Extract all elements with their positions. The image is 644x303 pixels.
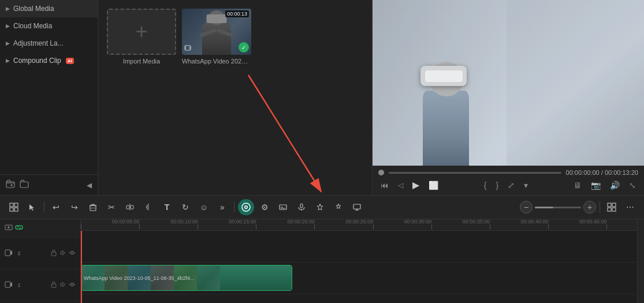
add-track-icon[interactable] — [5, 223, 13, 233]
ai-icon — [316, 203, 324, 211]
voice-button[interactable] — [293, 199, 310, 215]
sidebar: ▶ Global Media ▶ Cloud Media ▶ Adjustmen… — [0, 0, 98, 195]
ruler-mark: 00:00:15:00 — [256, 225, 256, 229]
progress-bar[interactable] — [389, 172, 561, 174]
zoom-out-button[interactable]: − — [520, 201, 533, 214]
svg-point-23 — [245, 207, 247, 208]
ruler-mark: 00:00:40:00 — [548, 225, 549, 229]
arrow-icon: ▶ — [6, 23, 10, 29]
preview-video — [373, 0, 644, 166]
timeline-ruler: 00:00 00:00:05:00 00:00:10:00 00:00:15:0… — [81, 219, 637, 231]
film-icon — [184, 44, 191, 53]
settings-button[interactable]: ⚙ — [256, 199, 273, 215]
sidebar-item-compound-clip[interactable]: ▶ Compound Clip AI — [0, 52, 98, 69]
rewind-button[interactable]: ⏮ — [378, 179, 391, 191]
cut-button[interactable]: ✂ — [103, 199, 120, 215]
play-button[interactable]: ▶ — [410, 178, 422, 192]
video-clip[interactable]: WhatsApp Video 2023-10-05_11-08-35_4b2f4… — [81, 265, 292, 291]
caption-button[interactable] — [275, 199, 291, 215]
screen-record-button[interactable] — [349, 199, 365, 215]
duration-badge: 00:00:13 — [225, 10, 249, 17]
track-eye-icon[interactable] — [69, 249, 76, 257]
sidebar-item-label: Adjustment La... — [13, 39, 64, 47]
whatsapp-video-item[interactable]: 00:00:13 ✓ WhatsApp Video — [182, 9, 251, 65]
green-screen-icon — [241, 203, 251, 212]
sidebar-item-global-media[interactable]: ▶ Global Media — [0, 0, 98, 17]
track-number: 2 — [15, 249, 23, 257]
fit-button[interactable]: ⤡ — [627, 179, 638, 191]
snapshot-button[interactable]: 📷 — [589, 179, 603, 191]
zoom-slider[interactable] — [535, 207, 581, 208]
clip-inner: WhatsApp Video 2023-10-05_11-08-35_4b2f4… — [81, 265, 292, 290]
select-button[interactable] — [24, 199, 40, 215]
delete-icon — [89, 203, 97, 211]
collapse-icon[interactable]: ◀ — [87, 181, 92, 189]
dropdown-button[interactable]: ▾ — [522, 179, 530, 191]
audio-split-button[interactable] — [140, 199, 157, 215]
more-options-button[interactable]: ⋯ — [622, 199, 638, 215]
delete-button[interactable] — [85, 199, 101, 215]
import-media-item[interactable]: + Import Media — [107, 9, 176, 65]
ai-button[interactable] — [312, 199, 328, 215]
svg-rect-43 — [51, 284, 56, 287]
add-folder-icon[interactable] — [6, 179, 15, 190]
playhead-dot[interactable] — [378, 170, 384, 175]
toolbar-divider — [44, 201, 44, 213]
whatsapp-video-label: WhatsApp Video 2023-10-05... — [182, 58, 251, 65]
svg-rect-32 — [608, 203, 611, 207]
svg-rect-29 — [353, 204, 360, 209]
track2-audio-icon[interactable] — [59, 281, 66, 289]
track2-eye-icon[interactable] — [69, 281, 76, 289]
toolbar-divider-2 — [234, 201, 234, 213]
folder-icon[interactable] — [20, 179, 29, 190]
sidebar-item-adjustment-la[interactable]: ▶ Adjustment La... — [0, 35, 98, 52]
svg-rect-13 — [90, 205, 96, 211]
ruler-mark: 00:00 — [81, 225, 81, 229]
fullscreen-button[interactable]: ⬜ — [426, 179, 441, 191]
mark-in-button[interactable]: { — [482, 179, 489, 191]
sidebar-item-cloud-media[interactable]: ▶ Cloud Media — [0, 17, 98, 35]
track2-label: 1 — [0, 270, 80, 301]
more-button[interactable]: » — [214, 199, 230, 215]
import-thumb[interactable]: + — [107, 9, 176, 55]
preview-progress: 00:00:00:00 / 00:00:13:20 — [378, 169, 638, 176]
text-button[interactable]: T — [159, 199, 175, 215]
timeline-scrollbar[interactable] — [637, 219, 644, 303]
svg-rect-27 — [300, 204, 303, 208]
step-back-button[interactable]: ◁ — [396, 180, 405, 190]
redo-button[interactable]: ↪ — [66, 199, 83, 215]
video-thumbnail[interactable]: 00:00:13 ✓ — [182, 9, 251, 55]
track-audio-icon[interactable] — [59, 249, 66, 257]
volume-button[interactable]: 🔊 — [608, 179, 622, 191]
effects-button[interactable] — [330, 199, 347, 215]
track2-lock-icon[interactable] — [50, 281, 57, 289]
svg-rect-42 — [5, 282, 10, 287]
crop-button[interactable]: ⤢ — [505, 179, 517, 191]
split-button[interactable] — [122, 199, 138, 215]
multi-select-button[interactable] — [6, 199, 22, 215]
sidebar-item-label: Compound Clip — [13, 57, 61, 65]
sidebar-item-label: Cloud Media — [13, 22, 52, 30]
screen-icon — [353, 203, 361, 211]
arrow-icon: ▶ — [6, 58, 10, 63]
track2-controls — [50, 281, 76, 289]
screen-button[interactable]: 🖥 — [571, 179, 584, 191]
thumb-seg-6 — [197, 265, 220, 290]
video-track2-icon — [5, 280, 13, 290]
zoom-in-button[interactable]: + — [583, 201, 596, 214]
track-lock-icon[interactable] — [50, 249, 57, 257]
grid-view-button[interactable] — [604, 199, 620, 215]
preview-controls: 00:00:00:00 / 00:00:13:20 ⏮ ◁ ▶ ⬜ { } — [373, 166, 644, 195]
undo-button[interactable]: ↩ — [48, 199, 64, 215]
green-screen-button[interactable] — [238, 199, 254, 215]
link-icon[interactable] — [15, 223, 23, 233]
svg-rect-33 — [612, 203, 616, 207]
rotate-button[interactable]: ↻ — [177, 199, 193, 215]
track1-label: 2 — [0, 238, 80, 270]
effects-icon — [334, 203, 343, 211]
sticker-button[interactable]: ☺ — [196, 199, 212, 215]
playback-controls: ⏮ ◁ ▶ ⬜ — [378, 178, 441, 192]
svg-rect-4 — [185, 46, 191, 50]
playhead[interactable] — [81, 231, 82, 303]
mark-out-button[interactable]: } — [494, 179, 501, 191]
